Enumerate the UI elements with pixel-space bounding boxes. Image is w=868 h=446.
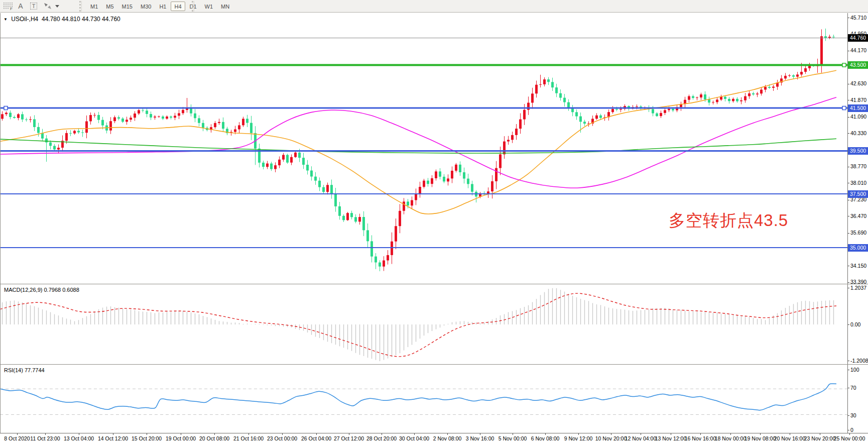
time-tick-label: 20 Nov 16:00 — [774, 435, 805, 441]
time-tick-label: 10 Nov 20:00 — [595, 435, 627, 441]
price-tick-label: 42.630 — [850, 80, 866, 86]
time-tick-label: 27 Oct 12:00 — [334, 435, 364, 441]
timeframe-button-M30[interactable]: M30 — [137, 2, 155, 11]
rsi-indicator-panel[interactable] — [0, 365, 847, 433]
time-tick-label: 14 Oct 12:00 — [98, 435, 128, 441]
time-tick-label: 13 Oct 04:00 — [64, 435, 94, 441]
time-tick-label: 12 Nov 04:00 — [625, 435, 656, 441]
text-box-icon[interactable]: T — [28, 2, 39, 11]
time-tick-label: 9 Nov 12:00 — [564, 435, 593, 441]
chart-ohlc-values: 44.780 44.810 44.730 44.760 — [42, 16, 120, 23]
time-tick-label: 23 Oct 00:00 — [267, 435, 297, 441]
level-badge: 43.500 — [848, 61, 868, 69]
price-tick-label: 45.710 — [850, 15, 866, 21]
time-tick-label: 13 Nov 12:00 — [655, 435, 686, 441]
axis-separator-line — [847, 13, 848, 433]
time-tick-label: 25 Nov 00:00 — [834, 435, 865, 441]
price-tick-label: 34.150 — [850, 263, 866, 269]
timeframe-button-H1[interactable]: H1 — [156, 2, 170, 11]
macd-signal-line — [0, 293, 836, 357]
time-tick-label: 23 Nov 20:00 — [804, 435, 835, 441]
timeframe-button-MN[interactable]: MN — [217, 2, 233, 11]
price-tick-label: 38.010 — [850, 180, 866, 186]
level-line-handle[interactable] — [4, 106, 8, 110]
chart-bottom-border — [0, 433, 868, 433]
macd-histogram — [3, 288, 834, 361]
timeframe-button-W1[interactable]: W1 — [201, 2, 217, 11]
price-tick-label: 41.870 — [850, 97, 866, 103]
level-badge: 37.500 — [848, 190, 868, 198]
chart-text-annotation[interactable]: 多空转折点43.5 — [669, 209, 788, 232]
macd-tick-label: -1.2008 — [850, 358, 868, 364]
time-tick-label: 3 Nov 16:00 — [466, 435, 494, 441]
medium-ma-line[interactable] — [0, 97, 836, 188]
trading-chart-window: F A T M1M5M15M30H1H4D1W1MN ▼ USOil-,H4 4… — [0, 0, 868, 446]
toolbar-separator — [192, 1, 194, 12]
timeframe-button-M1[interactable]: M1 — [87, 2, 101, 11]
chart-symbol: USOil-,H4 — [11, 16, 38, 23]
macd-tick-label: 1.2037 — [850, 285, 866, 291]
macd-tick-label: 0.00 — [850, 321, 860, 327]
time-tick-label: 26 Oct 04:00 — [301, 435, 331, 441]
time-tick-label: 2 Nov 08:00 — [433, 435, 462, 441]
toolbar-separator — [79, 1, 82, 12]
level-badge: 39.500 — [848, 147, 868, 155]
rsi-indicator-label: RSI(14) 77.7744 — [4, 367, 45, 373]
text-label-icon[interactable]: A — [16, 2, 25, 11]
timeframe-button-M5[interactable]: M5 — [102, 2, 117, 11]
timeframe-button-H4[interactable]: H4 — [171, 2, 185, 11]
time-tick-label: 30 Oct 04:00 — [399, 435, 429, 441]
rsi-tick-label: 30 — [850, 412, 856, 418]
time-tick-label: 28 Oct 20:00 — [366, 435, 397, 441]
level-badge: 35.000 — [848, 244, 868, 252]
level-line-handle[interactable] — [842, 63, 846, 67]
rsi-tick-label: 70 — [850, 385, 856, 391]
time-tick-label: 15 Oct 20:00 — [132, 435, 162, 441]
fast-ma-line[interactable] — [0, 70, 836, 214]
level-badge: 41.500 — [848, 104, 868, 112]
fibonacci-icon[interactable]: F — [2, 2, 15, 11]
macd-indicator-label: MACD(12,26,9) 0.7968 0.6088 — [4, 287, 79, 293]
text-label-glyph: A — [18, 2, 23, 10]
time-tick-label: 11 Oct 23:00 — [30, 435, 60, 441]
panel-separator[interactable] — [0, 364, 868, 365]
level-line-handle[interactable] — [842, 106, 846, 110]
main-price-chart[interactable] — [0, 13, 847, 284]
current-price-badge: 44.760 — [848, 34, 868, 42]
time-tick-label: 8 Oct 2020 — [4, 435, 30, 441]
macd-indicator-panel[interactable] — [0, 285, 847, 364]
time-tick-label: 19 Oct 00:00 — [166, 435, 196, 441]
rsi-line — [0, 384, 836, 410]
chart-dropdown-triangle[interactable]: ▼ — [4, 17, 8, 22]
price-tick-label: 35.690 — [850, 230, 866, 236]
time-tick-label: 5 Nov 00:00 — [499, 435, 527, 441]
text-box-glyph: T — [30, 3, 38, 10]
price-tick-label: 41.090 — [850, 114, 866, 120]
price-tick-label: 40.330 — [850, 130, 866, 136]
time-tick-label: 21 Oct 16:00 — [233, 435, 264, 441]
toolbar: F A T M1M5M15M30H1H4D1W1MN — [0, 0, 868, 13]
rsi-tick-label: 100 — [850, 367, 859, 373]
time-tick-label: 19 Nov 08:00 — [745, 435, 776, 441]
price-tick-label: 38.770 — [850, 163, 866, 169]
chart-left-border — [0, 13, 1, 433]
price-tick-label: 44.170 — [850, 47, 866, 53]
panel-separator[interactable] — [0, 284, 868, 284]
time-tick-label: 18 Nov 00:00 — [715, 435, 746, 441]
timeframe-group: M1M5M15M30H1H4D1W1MN — [86, 1, 233, 12]
arrows-dropdown-caret[interactable] — [54, 2, 60, 11]
chart-symbol-title: ▼ USOil-,H4 44.780 44.810 44.730 44.760 — [4, 16, 120, 23]
timeframe-button-M15[interactable]: M15 — [118, 2, 136, 11]
time-tick-label: 6 Nov 08:00 — [531, 435, 560, 441]
price-tick-label: 36.470 — [850, 213, 866, 219]
time-tick-label: 16 Nov 16:00 — [685, 435, 716, 441]
time-tick-label: 20 Oct 08:00 — [199, 435, 229, 441]
fibonacci-icon-letter: F — [10, 7, 13, 10]
arrows-icon[interactable] — [42, 2, 53, 11]
rsi-tick-label: 0 — [850, 427, 853, 433]
